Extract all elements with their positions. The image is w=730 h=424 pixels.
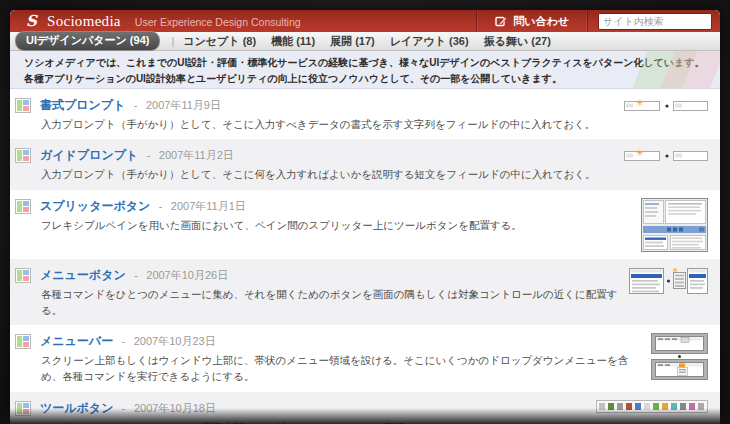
pattern-thumbnail[interactable]: ✳	[651, 333, 708, 380]
title-date-separator: -	[159, 200, 163, 212]
item-description: よく使うコマンドをボタンにして画面上部などに並べ、いつでもすぐに実行できるように…	[40, 419, 586, 424]
pattern-title-link[interactable]: スプリッターボタン	[40, 199, 150, 213]
pattern-thumbnail[interactable]: ✳	[624, 147, 708, 164]
brand-tagline: User Experience Design Consulting	[135, 16, 301, 28]
pattern-title-link[interactable]: 書式プロンプト	[40, 98, 125, 112]
stacked-windows-thumbnail-image	[651, 333, 708, 380]
item-date: 2007年10月23日	[134, 335, 216, 347]
tab-ui-design-patterns[interactable]: UIデザインパターン (94)	[15, 31, 160, 51]
sociomedia-logo-icon: S	[24, 13, 40, 29]
page: S Sociomedia User Experience Design Cons…	[10, 10, 720, 424]
item-date: 2007年11月1日	[171, 200, 246, 212]
pattern-thumbnail[interactable]: ✳	[624, 97, 708, 114]
item-description: 入力プロンプト（手がかり）として、そこに入力すべきデータの書式を示す文字列をフィ…	[40, 116, 614, 132]
item-date: 2007年10月18日	[134, 402, 216, 414]
intro-text: ソシオメディアでは、これまでのUI設計・評価・標準化サービスの経験に基づき、様々…	[24, 57, 705, 84]
item-date: 2007年11月9日	[146, 99, 221, 111]
edit-pencil-icon	[495, 15, 507, 27]
list-item: スプリッターボタン - 2007年11月1日 フレキシブルペインを用いた画面にお…	[10, 190, 720, 259]
pattern-thumbnail[interactable]: ✳	[629, 267, 708, 295]
title-date-separator: -	[134, 269, 138, 281]
brand-logo[interactable]: Sociomedia	[47, 13, 121, 30]
pattern-title-link[interactable]: メニューボタン	[40, 268, 126, 282]
pattern-panes-icon	[15, 268, 31, 283]
contact-label: 問い合わせ	[513, 14, 569, 29]
form-fields-thumbnail-image: ✳	[624, 97, 708, 114]
title-date-separator: -	[147, 149, 151, 161]
intro-banner: ソシオメディアでは、これまでのUI設計・評価・標準化サービスの経験に基づき、様々…	[10, 51, 720, 89]
pattern-title-link[interactable]: メニューバー	[40, 334, 113, 348]
nav-divider: |	[171, 35, 174, 47]
svg-text:✳: ✳	[636, 148, 644, 158]
pattern-panes-icon	[15, 401, 31, 416]
pattern-panes-icon	[15, 199, 31, 214]
form-fields-thumbnail-image: ✳	[624, 147, 708, 164]
pattern-thumbnail[interactable]: ✳	[641, 198, 708, 252]
item-description: フレキシブルペインを用いた画面において、ペイン間のスプリッター上にツールボタンを…	[40, 217, 631, 233]
list-item: 書式プロンプト - 2007年11月9日 入力プロンプト（手がかり）として、そこ…	[10, 89, 720, 139]
site-search-input[interactable]	[598, 13, 712, 30]
pattern-list: 書式プロンプト - 2007年11月9日 入力プロンプト（手がかり）として、そこ…	[10, 89, 720, 424]
item-description: 入力プロンプト（手がかり）として、そこに何を入力すればよいかを説明する短文をフィ…	[40, 166, 614, 182]
list-item: メニューバー - 2007年10月23日 スクリーン上部もしくはウィンドウ上部に…	[10, 325, 720, 392]
pattern-panes-icon	[15, 98, 31, 113]
menu-pair-thumbnail-image: ✳	[629, 267, 708, 295]
svg-text:S: S	[26, 13, 38, 29]
item-date: 2007年11月2日	[159, 149, 234, 161]
tab-concept[interactable]: コンセプト (8)	[183, 34, 256, 49]
tab-behavior[interactable]: 振る舞い (27)	[484, 34, 551, 49]
tab-deployment[interactable]: 展開 (17)	[330, 34, 375, 49]
pattern-title-link[interactable]: ガイドプロンプト	[40, 148, 138, 162]
pattern-panes-icon	[15, 334, 31, 349]
svg-text:✳: ✳	[636, 98, 644, 108]
item-date: 2007年10月26日	[146, 269, 228, 281]
list-item: ガイドプロンプト - 2007年11月2日 入力プロンプト（手がかり）として、そ…	[10, 139, 720, 189]
app-window-thumbnail-image	[641, 198, 708, 252]
contact-button[interactable]: 問い合わせ	[476, 10, 588, 32]
title-date-separator: -	[122, 402, 126, 414]
tab-function[interactable]: 機能 (11)	[271, 34, 315, 49]
pattern-title-link[interactable]: ツールボタン	[40, 401, 113, 415]
pattern-thumbnail[interactable]: ✳	[596, 400, 708, 413]
icon-toolbar-thumbnail-image	[596, 400, 708, 413]
tab-layout[interactable]: レイアウト (36)	[390, 34, 469, 49]
pattern-panes-icon	[15, 148, 31, 163]
site-header: S Sociomedia User Experience Design Cons…	[10, 10, 720, 32]
item-description: 各種コマンドをひとつのメニューに集め、それを開くためのボタンを画面の隅もしくは対…	[40, 286, 619, 319]
list-item: メニューボタン - 2007年10月26日 各種コマンドをひとつのメニューに集め…	[10, 259, 720, 326]
title-date-separator: -	[122, 335, 126, 347]
item-description: スクリーン上部もしくはウィンドウ上部に、帯状のメニュー領域を設ける。そこにいくつ…	[40, 352, 641, 385]
screenshot-stage: S Sociomedia User Experience Design Cons…	[0, 0, 730, 424]
category-nav: UIデザインパターン (94) | コンセプト (8) 機能 (11) 展開 (…	[10, 32, 720, 51]
list-item: ツールボタン - 2007年10月18日 よく使うコマンドをボタンにして画面上部…	[10, 392, 720, 424]
title-date-separator: -	[134, 99, 138, 111]
